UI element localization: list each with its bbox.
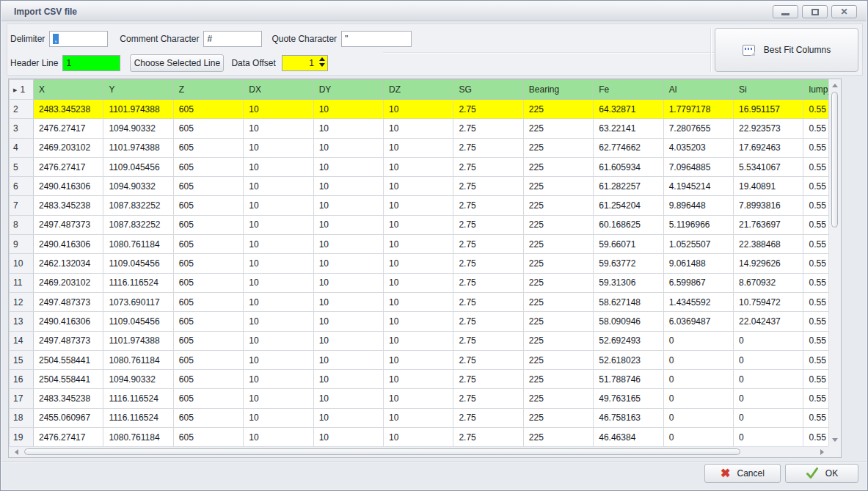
grid-cell[interactable]: 0	[663, 428, 733, 446]
ok-button[interactable]: OK	[785, 464, 858, 483]
grid-cell[interactable]: 10	[384, 215, 453, 234]
grid-cell[interactable]: 10	[244, 350, 313, 369]
grid-cell[interactable]: 605	[173, 331, 243, 350]
grid-cell[interactable]: 10	[244, 292, 313, 311]
grid-cell[interactable]: 0	[734, 350, 803, 369]
grid-cell[interactable]: 225	[523, 292, 593, 311]
grid-cell[interactable]: 8.670932	[734, 273, 803, 292]
grid-cell[interactable]: 14.929626	[734, 254, 803, 273]
grid-cell[interactable]: 10	[384, 177, 453, 196]
grid-cell[interactable]: 58.090946	[594, 312, 663, 331]
grid-cell[interactable]: 10	[244, 273, 313, 292]
grid-cell[interactable]: 225	[523, 254, 593, 273]
grid-cell[interactable]: 63.22141	[594, 119, 663, 138]
best-fit-columns-button[interactable]: Best Fit Columns	[715, 28, 858, 72]
grid-cell[interactable]: 2483.345238	[34, 100, 103, 119]
row-number-cell[interactable]: 16	[10, 370, 34, 389]
grid-cell[interactable]: 10	[244, 100, 313, 119]
grid-cell[interactable]: 605	[173, 254, 243, 273]
grid-cell[interactable]: 0	[734, 408, 803, 427]
grid-cell[interactable]: 2.75	[453, 370, 523, 389]
grid-cell[interactable]: 0	[663, 331, 733, 350]
grid-cell[interactable]: 2476.27417	[34, 119, 103, 138]
grid-cell[interactable]: 225	[523, 312, 593, 331]
grid-column-header[interactable]: SG	[453, 80, 523, 100]
grid-cell[interactable]: 1094.90332	[103, 177, 173, 196]
grid-cell[interactable]: 10	[384, 312, 453, 331]
grid-cell[interactable]: 10	[244, 312, 313, 331]
grid-cell[interactable]: 0	[734, 370, 803, 389]
grid-cell[interactable]: 7.0964885	[663, 157, 733, 176]
grid-cell[interactable]: 10	[384, 100, 453, 119]
grid-cell[interactable]: 46.758163	[594, 408, 663, 427]
grid-cell[interactable]: 21.763697	[734, 215, 803, 234]
grid-cell[interactable]: 10.759472	[734, 292, 803, 311]
grid-cell[interactable]: 225	[523, 157, 593, 176]
grid-cell[interactable]: 1080.761184	[103, 235, 173, 254]
grid-cell[interactable]: 2483.345238	[34, 389, 103, 408]
grid-cell[interactable]: 2497.487373	[34, 215, 103, 234]
grid-cell[interactable]: 0.55	[803, 428, 828, 446]
grid-cell[interactable]: 10	[244, 215, 313, 234]
row-number-cell[interactable]: 7	[10, 196, 34, 215]
grid-column-header[interactable]: Bearing	[523, 80, 593, 100]
grid-cell[interactable]: 0.55	[803, 235, 828, 254]
grid-cell[interactable]: 10	[244, 119, 313, 138]
grid-cell[interactable]: 10	[384, 254, 453, 273]
close-button[interactable]: ✕	[831, 5, 857, 18]
grid-cell[interactable]: 10	[244, 138, 313, 157]
grid-cell[interactable]: 10	[313, 273, 383, 292]
grid-column-header[interactable]: DY	[313, 80, 383, 100]
grid-cell[interactable]: 2.75	[453, 273, 523, 292]
grid-cell[interactable]: 0.55	[803, 254, 828, 273]
grid-cell[interactable]: 7.2807655	[663, 119, 733, 138]
row-number-cell[interactable]: 13	[10, 312, 34, 331]
row-number-cell[interactable]: ▶1	[10, 80, 34, 100]
grid-cell[interactable]: 0.55	[803, 331, 828, 350]
grid-cell[interactable]: 16.951157	[734, 100, 803, 119]
grid-cell[interactable]: 1094.90332	[103, 119, 173, 138]
grid-cell[interactable]: 5.5341067	[734, 157, 803, 176]
grid-cell[interactable]: 10	[244, 428, 313, 446]
grid-column-header[interactable]: Fe	[594, 80, 663, 100]
grid-cell[interactable]: 10	[313, 138, 383, 157]
grid-cell[interactable]: 2.75	[453, 408, 523, 427]
grid-cell[interactable]: 10	[384, 196, 453, 215]
grid-cell[interactable]: 1087.832252	[103, 215, 173, 234]
grid-column-header[interactable]: Z	[173, 80, 243, 100]
grid-cell[interactable]: 0.55	[803, 273, 828, 292]
grid-cell[interactable]: 0.55	[803, 215, 828, 234]
grid-cell[interactable]: 2483.345238	[34, 196, 103, 215]
grid-cell[interactable]: 10	[313, 292, 383, 311]
grid-cell[interactable]: 1109.045456	[103, 254, 173, 273]
grid-cell[interactable]: 5.1196966	[663, 215, 733, 234]
grid-cell[interactable]: 2.75	[453, 254, 523, 273]
grid-cell[interactable]: 0.55	[803, 138, 828, 157]
grid-cell[interactable]: 1080.761184	[103, 350, 173, 369]
grid-cell[interactable]: 605	[173, 273, 243, 292]
row-number-cell[interactable]: 4	[10, 138, 34, 157]
grid-cell[interactable]: 605	[173, 428, 243, 446]
grid-cell[interactable]: 9.061488	[663, 254, 733, 273]
grid-cell[interactable]: 10	[384, 428, 453, 446]
grid-cell[interactable]: 1116.116524	[103, 408, 173, 427]
grid-cell[interactable]: 1116.116524	[103, 389, 173, 408]
grid-cell[interactable]: 225	[523, 119, 593, 138]
grid-cell[interactable]: 1101.974388	[103, 331, 173, 350]
grid-cell[interactable]: 10	[313, 119, 383, 138]
grid-cell[interactable]: 225	[523, 408, 593, 427]
grid-cell[interactable]: 605	[173, 215, 243, 234]
grid-cell[interactable]: 61.254204	[594, 196, 663, 215]
grid-cell[interactable]: 51.788746	[594, 370, 663, 389]
grid-cell[interactable]: 2476.27417	[34, 428, 103, 446]
row-number-cell[interactable]: 8	[10, 215, 34, 234]
grid-cell[interactable]: 1.7797178	[663, 100, 733, 119]
grid-cell[interactable]: 10	[244, 389, 313, 408]
grid-cell[interactable]: 2.75	[453, 292, 523, 311]
grid-cell[interactable]: 225	[523, 215, 593, 234]
grid-cell[interactable]: 1087.832252	[103, 196, 173, 215]
grid-cell[interactable]: 2.75	[453, 100, 523, 119]
grid-cell[interactable]: 2.75	[453, 119, 523, 138]
grid-cell[interactable]: 10	[313, 100, 383, 119]
grid-cell[interactable]: 10	[313, 235, 383, 254]
